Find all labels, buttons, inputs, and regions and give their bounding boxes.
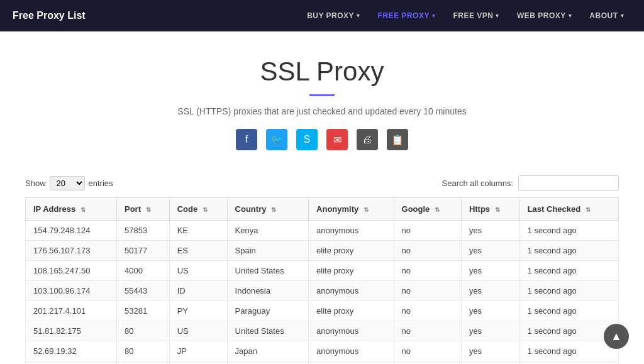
chevron-down-icon: ▾	[621, 13, 625, 19]
hero-description: SSL (HTTPS) proxies that are just checke…	[13, 106, 631, 116]
table-body: 154.79.248.12457853KEKenyaanonymousnoyes…	[26, 221, 619, 365]
cell-country: United States	[227, 361, 309, 365]
nav-item-about[interactable]: ABOUT ▾	[582, 6, 631, 25]
email-icon[interactable]: ✉	[326, 129, 348, 150]
cell-google: no	[394, 361, 461, 365]
chevron-down-icon: ▾	[569, 13, 572, 19]
col-ip[interactable]: IP Address ⇅	[26, 198, 117, 221]
search-control: Search all columns:	[442, 175, 619, 191]
proxy-table: IP Address ⇅ Port ⇅ Code ⇅ Country ⇅ Ano…	[25, 197, 619, 364]
print-icon[interactable]: 🖨	[357, 129, 378, 150]
col-code[interactable]: Code ⇅	[169, 198, 227, 221]
cell-last_checked: 1 second ago	[519, 361, 618, 365]
sort-icon-https: ⇅	[495, 206, 500, 213]
sort-icon-anonymity: ⇅	[364, 206, 369, 213]
facebook-icon[interactable]: f	[236, 129, 257, 150]
cell-code: US	[169, 261, 227, 281]
chevron-down-icon: ▾	[357, 13, 360, 19]
cell-anonymity: anonymous	[309, 321, 394, 341]
table-row: 176.56.107.17350177ESSpainelite proxynoy…	[26, 241, 619, 261]
cell-port: 80	[116, 341, 169, 361]
nav-item-free-vpn[interactable]: FREE VPN ▾	[445, 6, 507, 25]
cell-last_checked: 1 second ago	[519, 261, 618, 281]
cell-google: no	[394, 281, 461, 301]
scroll-to-top-button[interactable]: ▲	[604, 324, 629, 349]
nav-item-free-proxy[interactable]: FREE PROXY ▾	[370, 6, 443, 25]
cell-country: Paraguay	[227, 301, 309, 321]
col-last-checked[interactable]: Last Checked ⇅	[519, 198, 618, 221]
cell-ip: 51.81.82.175	[26, 321, 117, 341]
cell-ip: 52.167.12.183	[26, 361, 117, 365]
col-google[interactable]: Google ⇅	[394, 198, 461, 221]
cell-ip: 108.165.247.50	[26, 261, 117, 281]
cell-anonymity: elite proxy	[309, 241, 394, 261]
cell-last_checked: 1 second ago	[519, 221, 618, 241]
sort-icon-ip: ⇅	[80, 206, 86, 213]
copy-icon[interactable]: 📋	[387, 129, 408, 150]
entries-label: entries	[89, 179, 113, 188]
nav-items: BUY PROXY ▾ FREE PROXY ▾ FREE VPN ▾ WEB …	[299, 6, 631, 25]
cell-google: no	[394, 341, 461, 361]
table-row: 52.167.12.1831080USUnited Stateselite pr…	[26, 361, 619, 365]
table-header: IP Address ⇅ Port ⇅ Code ⇅ Country ⇅ Ano…	[26, 198, 619, 221]
entries-select[interactable]: 10 20 50 100	[50, 176, 85, 190]
chevron-down-icon: ▾	[496, 13, 499, 19]
cell-port: 1080	[116, 361, 169, 365]
cell-country: United States	[227, 321, 309, 341]
skype-icon[interactable]: S	[296, 129, 318, 150]
cell-ip: 154.79.248.124	[26, 221, 117, 241]
cell-google: no	[394, 321, 461, 341]
cell-code: US	[169, 321, 227, 341]
table-wrapper: Show 10 20 50 100 entries Search all col…	[0, 169, 644, 364]
cell-code: PY	[169, 301, 227, 321]
col-port[interactable]: Port ⇅	[116, 198, 169, 221]
nav-item-buy-proxy[interactable]: BUY PROXY ▾	[299, 6, 367, 25]
table-row: 51.81.82.17580USUnited Statesanonymousno…	[26, 321, 619, 341]
cell-ip: 52.69.19.32	[26, 341, 117, 361]
cell-last_checked: 1 second ago	[519, 241, 618, 261]
cell-https: yes	[461, 221, 519, 241]
table-row: 52.69.19.3280JPJapananonymousnoyes1 seco…	[26, 341, 619, 361]
cell-country: Indonesia	[227, 281, 309, 301]
navbar: Free Proxy List BUY PROXY ▾ FREE PROXY ▾…	[0, 0, 644, 31]
chevron-down-icon: ▾	[432, 13, 436, 19]
table-controls: Show 10 20 50 100 entries Search all col…	[25, 175, 619, 191]
nav-brand: Free Proxy List	[13, 10, 86, 21]
cell-country: Spain	[227, 241, 309, 261]
cell-google: no	[394, 261, 461, 281]
table-row: 154.79.248.12457853KEKenyaanonymousnoyes…	[26, 221, 619, 241]
twitter-icon[interactable]: 🐦	[266, 129, 287, 150]
cell-port: 4000	[116, 261, 169, 281]
cell-code: ID	[169, 281, 227, 301]
cell-google: no	[394, 301, 461, 321]
col-https[interactable]: Https ⇅	[461, 198, 519, 221]
page-title: SSL Proxy	[13, 57, 631, 87]
cell-port: 80	[116, 321, 169, 341]
cell-country: Kenya	[227, 221, 309, 241]
cell-port: 57853	[116, 221, 169, 241]
cell-https: yes	[461, 261, 519, 281]
cell-ip: 176.56.107.173	[26, 241, 117, 261]
cell-anonymity: anonymous	[309, 281, 394, 301]
nav-item-web-proxy[interactable]: WEB PROXY ▾	[509, 6, 579, 25]
search-input[interactable]	[518, 175, 619, 191]
cell-google: no	[394, 241, 461, 261]
cell-https: yes	[461, 241, 519, 261]
cell-https: yes	[461, 301, 519, 321]
table-row: 103.100.96.17455443IDIndonesiaanonymousn…	[26, 281, 619, 301]
cell-https: yes	[461, 341, 519, 361]
show-entries-control: Show 10 20 50 100 entries	[25, 176, 113, 190]
col-country[interactable]: Country ⇅	[227, 198, 309, 221]
table-row: 201.217.4.10153281PYParaguayelite proxyn…	[26, 301, 619, 321]
cell-last_checked: 1 second ago	[519, 281, 618, 301]
cell-code: KE	[169, 221, 227, 241]
col-anonymity[interactable]: Anonymity ⇅	[309, 198, 394, 221]
cell-https: yes	[461, 321, 519, 341]
cell-port: 50177	[116, 241, 169, 261]
cell-last_checked: 1 second ago	[519, 301, 618, 321]
cell-code: JP	[169, 341, 227, 361]
cell-ip: 201.217.4.101	[26, 301, 117, 321]
table-row: 108.165.247.504000USUnited Stateselite p…	[26, 261, 619, 281]
hero-section: SSL Proxy SSL (HTTPS) proxies that are j…	[0, 31, 644, 169]
cell-ip: 103.100.96.174	[26, 281, 117, 301]
